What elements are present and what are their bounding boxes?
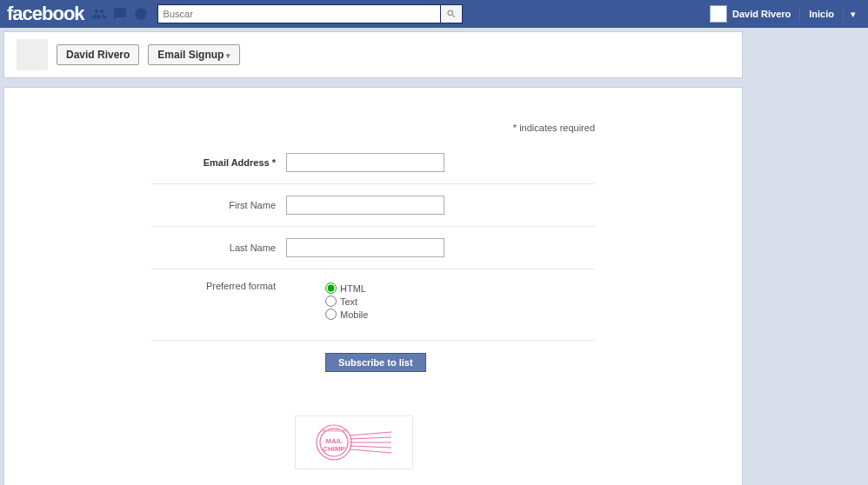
user-name: David Rivero <box>732 9 791 19</box>
signup-form: * indicates required Email Address * Fir… <box>151 123 595 469</box>
nav-icons <box>90 4 150 23</box>
format-label: Preferred format <box>151 281 286 291</box>
search-input[interactable] <box>157 4 440 23</box>
breadcrumb-user[interactable]: David Rivero <box>57 44 139 65</box>
topbar: facebook David Rivero Inicio ▾ <box>0 0 868 28</box>
first-name-input[interactable] <box>286 196 444 215</box>
friends-icon[interactable] <box>90 4 109 23</box>
search-icon <box>446 9 457 19</box>
format-mobile-radio[interactable] <box>325 309 337 320</box>
divider <box>843 6 844 22</box>
avatar <box>710 5 727 23</box>
page-header: David Rivero Email Signup <box>3 31 743 78</box>
svg-text:CHIMP: CHIMP <box>323 445 345 453</box>
email-input[interactable] <box>286 153 444 172</box>
format-mobile-item[interactable]: Mobile <box>325 309 368 320</box>
page-avatar[interactable] <box>17 39 48 70</box>
svg-text:DELIVERED BY: DELIVERED BY <box>321 429 348 433</box>
format-html-item[interactable]: HTML <box>325 282 368 294</box>
format-mobile-label: Mobile <box>340 309 368 320</box>
notifications-icon[interactable] <box>131 4 150 23</box>
email-label: Email Address * <box>151 157 286 168</box>
messages-icon[interactable] <box>110 4 130 23</box>
format-text-label: Text <box>340 296 357 307</box>
field-lastname: Last Name <box>151 227 595 269</box>
field-firstname: First Name <box>151 184 595 227</box>
format-text-radio[interactable] <box>325 296 337 307</box>
svg-text:MAIL: MAIL <box>325 437 343 445</box>
subscribe-button[interactable]: Subscribe to list <box>325 353 426 372</box>
divider <box>799 6 800 22</box>
search-wrap <box>157 4 463 23</box>
field-email: Email Address * <box>151 142 595 184</box>
search-button[interactable] <box>440 4 463 23</box>
last-name-input[interactable] <box>286 238 444 257</box>
format-text-item[interactable]: Text <box>325 296 368 307</box>
mailchimp-stamp-icon: DELIVERED BY MAIL CHIMP <box>306 420 402 465</box>
required-note: * indicates required <box>151 123 595 133</box>
account-dropdown[interactable]: ▾ <box>845 9 861 20</box>
mailchimp-badge[interactable]: DELIVERED BY MAIL CHIMP <box>295 415 413 469</box>
user-profile-link[interactable]: David Rivero <box>703 5 798 23</box>
content-card: * indicates required Email Address * Fir… <box>3 87 743 485</box>
format-radio-group: HTML Text Mobile <box>286 281 368 322</box>
format-html-radio[interactable] <box>325 282 337 294</box>
home-link[interactable]: Inicio <box>802 9 841 19</box>
last-name-label: Last Name <box>151 242 286 253</box>
format-html-label: HTML <box>340 283 366 294</box>
facebook-logo[interactable]: facebook <box>7 3 84 25</box>
submit-row: Subscribe to list <box>151 340 595 372</box>
first-name-label: First Name <box>151 200 286 210</box>
breadcrumb-tab[interactable]: Email Signup <box>148 44 240 65</box>
field-format: Preferred format HTML Text Mobile <box>151 269 595 333</box>
